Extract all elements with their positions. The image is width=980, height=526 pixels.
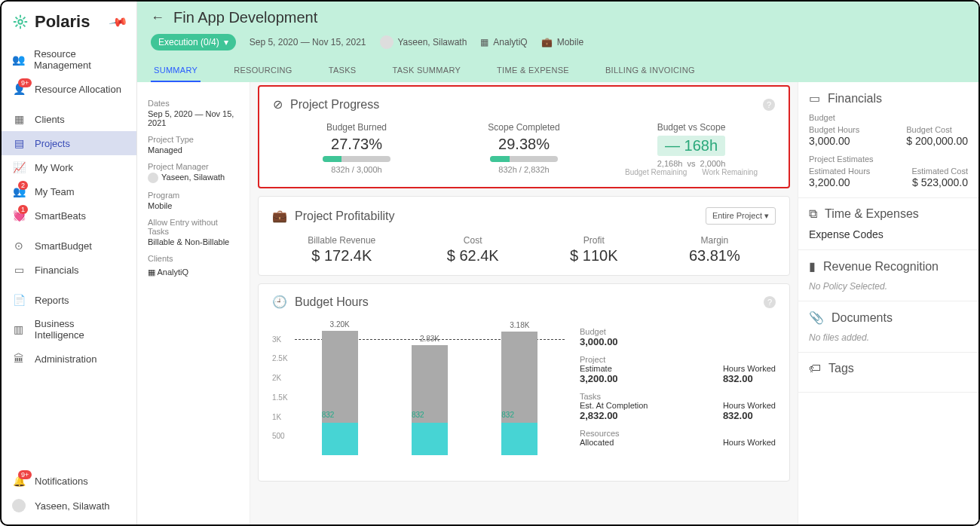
budget-chart: 3K2.5K2K1.5K1K5003.20K8322.83K8323.18K83… xyxy=(272,320,565,470)
chart-icon: ▮ xyxy=(809,259,816,274)
check-circle-icon: ⊘ xyxy=(273,97,283,112)
nav-icon: ▤ xyxy=(12,137,26,149)
sidebar-item-resource-allocation[interactable]: 👤9+Resource Allocation xyxy=(2,77,136,101)
financials-section: ▭Financials Budget Budget Hours3,000.00B… xyxy=(798,82,978,198)
sidebar-item-administration[interactable]: 🏛Administration xyxy=(2,347,136,371)
documents-section: 📎Documents No files added. xyxy=(798,301,978,353)
sidebar-item-my-work[interactable]: 📈My Work xyxy=(2,155,136,179)
sidebar-item-financials[interactable]: ▭Financials xyxy=(2,258,136,282)
tab-billing-invoicing[interactable]: BILLING & INVOICING xyxy=(602,60,698,82)
building-icon: ▦ xyxy=(148,268,155,277)
project-progress-card: ⊘Project Progress? Budget Burned 27.73% … xyxy=(258,85,790,188)
tabs: SUMMARYRESOURCINGTASKSTASK SUMMARYTIME &… xyxy=(151,60,965,82)
avatar-icon xyxy=(380,35,394,49)
polaris-logo-icon xyxy=(12,14,29,30)
tab-resourcing[interactable]: RESOURCING xyxy=(231,60,296,82)
scope-select[interactable]: Entire Project ▾ xyxy=(706,207,776,225)
app-root: Polaris 📌 👥Resource Management👤9+Resourc… xyxy=(0,0,980,526)
chevron-down-icon: ▾ xyxy=(224,37,228,47)
nav-icon: ▦ xyxy=(12,113,26,125)
budget-burned: Budget Burned 27.73% 832h / 3,000h xyxy=(273,122,440,176)
sidebar-item-clients[interactable]: ▦Clients xyxy=(2,107,136,131)
help-icon[interactable]: ? xyxy=(763,99,775,111)
content: DatesSep 5, 2020 — Nov 15, 2021 Project … xyxy=(137,82,978,524)
tab-tasks[interactable]: TASKS xyxy=(326,60,360,82)
clock-icon: 🕘 xyxy=(272,295,287,309)
nav-icon: 🏛 xyxy=(12,353,26,365)
help-icon[interactable]: ? xyxy=(764,296,776,308)
sidebar-item-projects[interactable]: ▤Projects xyxy=(2,131,136,155)
tag-icon: 🏷 xyxy=(809,362,821,375)
status-pill[interactable]: Execution (0/4)▾ xyxy=(151,34,236,50)
profitability-card: 💼Project Profitability Entire Project ▾ … xyxy=(258,196,790,276)
nav-icon: 👥 xyxy=(12,54,25,66)
paperclip-icon: 📎 xyxy=(809,310,824,325)
sidebar: Polaris 📌 👥Resource Management👤9+Resourc… xyxy=(2,2,137,524)
briefcase-icon: 💼 xyxy=(541,37,553,47)
pin-icon[interactable]: 📌 xyxy=(108,11,128,32)
link-icon: ⧉ xyxy=(809,207,817,221)
client-chip: ▦AnalytiQ xyxy=(480,37,527,47)
budget-vs-scope: Budget vs Scope — 168h 2,168h vs 2,000h … xyxy=(608,122,775,176)
briefcase-icon: 💼 xyxy=(272,209,287,223)
tags-section: 🏷Tags xyxy=(798,353,978,393)
back-arrow-icon[interactable]: ← xyxy=(151,10,164,26)
page-title: Fin App Development xyxy=(173,9,317,26)
manager-chip: Yaseen, Silawath xyxy=(380,35,467,49)
main: ← Fin App Development Execution (0/4)▾ S… xyxy=(137,2,978,524)
revenue-section: ▮Revenue Recognition No Policy Selected. xyxy=(798,250,978,301)
avatar-icon xyxy=(148,173,158,183)
sidebar-item-resource-management[interactable]: 👥Resource Management xyxy=(2,42,136,77)
topbar: ← Fin App Development Execution (0/4)▾ S… xyxy=(137,2,978,82)
nav-icon: 📈 xyxy=(12,161,26,173)
sidebar-item-my-team[interactable]: 👥2My Team xyxy=(2,179,136,203)
summary-cards: ⊘Project Progress? Budget Burned 27.73% … xyxy=(250,82,798,524)
tab-task-summary[interactable]: TASK SUMMARY xyxy=(389,60,464,82)
tab-summary[interactable]: SUMMARY xyxy=(151,60,201,82)
nav-icon: 📄 xyxy=(12,294,26,306)
building-icon: ▦ xyxy=(480,37,488,47)
money-icon: ▭ xyxy=(809,91,820,106)
nav-icon: ▭ xyxy=(12,264,26,276)
current-user[interactable]: Yaseen, Silawath xyxy=(2,493,136,518)
avatar-icon xyxy=(12,499,26,512)
notifications[interactable]: 🔔 9+ Notifications xyxy=(2,469,136,493)
project-details: DatesSep 5, 2020 — Nov 15, 2021 Project … xyxy=(137,82,250,524)
budget-hours-card: 🕘Budget Hours? 3K2.5K2K1.5K1K5003.20K832… xyxy=(258,283,790,482)
tab-time-expense[interactable]: TIME & EXPENSE xyxy=(494,60,572,82)
budget-side: Budget3,000.00 Project Estimate3,200.00H… xyxy=(580,320,776,470)
scope-completed: Scope Completed 29.38% 832h / 2,832h xyxy=(440,122,608,176)
date-range: Sep 5, 2020 — Nov 15, 2021 xyxy=(250,37,366,47)
nav-icon: ▥ xyxy=(12,323,26,335)
right-panel: ▭Financials Budget Budget Hours3,000.00B… xyxy=(798,82,978,524)
program-chip: 💼Mobile xyxy=(541,37,583,47)
logo: Polaris 📌 xyxy=(2,8,136,42)
svg-point-0 xyxy=(18,20,23,24)
sidebar-item-business-intelligence[interactable]: ▥Business Intelligence xyxy=(2,312,136,347)
nav-list: 👥Resource Management👤9+Resource Allocati… xyxy=(2,42,136,371)
sidebar-item-reports[interactable]: 📄Reports xyxy=(2,288,136,312)
time-expense-section: ⧉Time & Expenses Expense Codes xyxy=(798,198,978,250)
logo-text: Polaris xyxy=(35,12,90,32)
sidebar-item-smartbeats[interactable]: 💓1SmartBeats xyxy=(2,203,136,228)
sidebar-item-smartbudget[interactable]: ⊙SmartBudget xyxy=(2,234,136,258)
nav-icon: ⊙ xyxy=(12,240,26,252)
